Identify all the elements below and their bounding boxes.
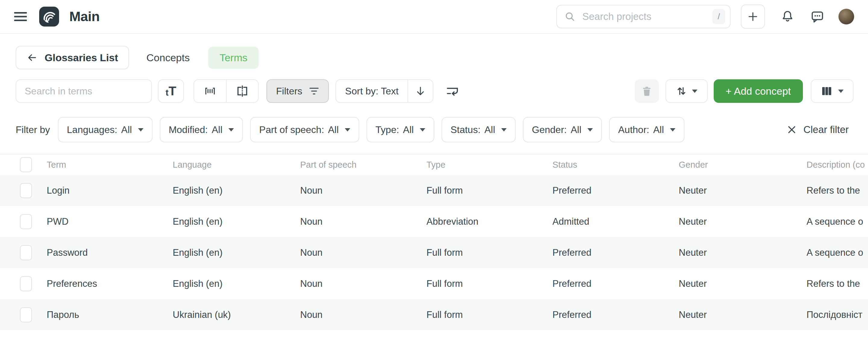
column-header-type[interactable]: Type	[427, 160, 553, 170]
cell-status: Preferred	[553, 278, 679, 289]
clear-filter-button[interactable]: Clear filter	[786, 124, 849, 135]
cell-status: Preferred	[553, 185, 679, 196]
cell-status: Preferred	[553, 309, 679, 320]
cell-description: Послідовніст	[807, 309, 868, 320]
cell-language: Ukrainian (uk)	[173, 309, 300, 320]
caret-down-icon	[838, 90, 844, 93]
column-header-status[interactable]: Status	[553, 160, 679, 170]
notifications-bell-icon[interactable]	[781, 10, 795, 24]
cell-part-of-speech: Noun	[300, 185, 427, 196]
hamburger-menu-icon[interactable]	[14, 11, 27, 22]
row-checkbox[interactable]	[20, 214, 32, 229]
column-header-language[interactable]: Language	[173, 160, 300, 170]
column-header-term[interactable]: Term	[47, 160, 173, 170]
cell-description: A sequence o	[807, 247, 868, 258]
cell-type: Full form	[427, 278, 553, 289]
sort-direction-button[interactable]	[407, 80, 433, 102]
cell-description: Refers to the	[807, 278, 868, 289]
filter-modified[interactable]: Modified: All	[160, 117, 243, 142]
trash-icon	[641, 84, 653, 98]
filter-gender[interactable]: Gender: All	[523, 117, 602, 142]
cell-language: English (en)	[173, 278, 300, 289]
cell-status: Preferred	[553, 247, 679, 258]
filter-part-of-speech[interactable]: Part of speech: All	[250, 117, 359, 142]
filter-author[interactable]: Author: All	[609, 117, 684, 142]
table-row[interactable]: Login English (en) Noun Full form Prefer…	[0, 175, 868, 206]
search-projects-box[interactable]: /	[556, 5, 731, 28]
table-row[interactable]: Preferences English (en) Noun Full form …	[0, 268, 868, 299]
cell-status: Admitted	[553, 216, 679, 227]
wrap-lines-button[interactable]	[445, 84, 460, 98]
match-mode-group	[193, 79, 258, 103]
row-checkbox[interactable]	[20, 245, 32, 260]
tab-terms[interactable]: Terms	[208, 47, 258, 69]
table-row[interactable]: PWD English (en) Noun Abbreviation Admit…	[0, 206, 868, 237]
cell-language: English (en)	[173, 185, 300, 196]
slash-shortcut-badge: /	[712, 9, 725, 24]
table-header-row: Term Language Part of speech Type Status…	[0, 154, 868, 175]
filter-bar: Filter by Languages: All Modified: All P…	[0, 117, 868, 142]
caret-down-icon	[587, 128, 593, 132]
column-header-description[interactable]: Description (co	[807, 160, 868, 170]
column-header-part-of-speech[interactable]: Part of speech	[300, 160, 427, 170]
match-case-icon: tT	[165, 86, 176, 96]
back-button-label: Glossaries List	[44, 52, 118, 64]
add-concept-button[interactable]: + Add concept	[714, 79, 803, 103]
delete-terms-button[interactable]	[635, 79, 659, 103]
caret-down-icon	[692, 90, 698, 93]
exact-match-button[interactable]	[226, 80, 258, 102]
cell-type: Full form	[427, 185, 553, 196]
filters-button[interactable]: Filters	[267, 79, 329, 103]
row-checkbox[interactable]	[20, 183, 32, 198]
reorder-terms-button[interactable]	[665, 79, 708, 103]
cell-type: Abbreviation	[427, 216, 553, 227]
caret-down-icon	[670, 128, 675, 132]
filters-button-label: Filters	[276, 86, 302, 97]
create-project-button[interactable]	[741, 4, 765, 29]
search-terms-input[interactable]	[24, 85, 144, 97]
tab-concepts[interactable]: Concepts	[147, 52, 190, 64]
filter-languages[interactable]: Languages: All	[58, 117, 153, 142]
select-all-checkbox[interactable]	[20, 157, 32, 172]
topbar: Main /	[0, 0, 868, 34]
cell-language: English (en)	[173, 216, 300, 227]
crowdin-logo-icon[interactable]	[39, 7, 59, 27]
caret-down-icon	[345, 128, 350, 132]
filter-by-label: Filter by	[16, 124, 50, 135]
columns-settings-button[interactable]	[811, 79, 854, 103]
cell-part-of-speech: Noun	[300, 278, 427, 289]
row-checkbox[interactable]	[20, 276, 32, 291]
arrow-left-icon	[27, 53, 37, 62]
messages-chat-icon[interactable]	[810, 9, 825, 24]
exact-match-icon	[236, 84, 249, 98]
back-to-glossaries-button[interactable]: Glossaries List	[16, 46, 129, 69]
cell-description: Refers to the	[807, 185, 868, 196]
column-header-gender[interactable]: Gender	[679, 160, 807, 170]
search-projects-input[interactable]	[582, 10, 712, 23]
filter-status[interactable]: Status: All	[441, 117, 516, 142]
match-case-button[interactable]: tT	[158, 79, 184, 103]
sort-button: Sort by: Text	[336, 79, 433, 103]
cell-part-of-speech: Noun	[300, 247, 427, 258]
table-row[interactable]: Password English (en) Noun Full form Pre…	[0, 237, 868, 268]
search-terms-box[interactable]	[16, 79, 152, 103]
user-avatar[interactable]	[838, 9, 854, 24]
sort-up-down-icon	[676, 85, 687, 97]
cell-term: Login	[47, 185, 173, 196]
toolbar-right: + Add concept	[635, 79, 854, 103]
topbar-right: /	[556, 4, 854, 29]
wrap-lines-icon	[445, 84, 460, 98]
page-title: Main	[69, 9, 100, 24]
clear-filter-label: Clear filter	[804, 124, 849, 135]
columns-icon	[821, 85, 833, 97]
filter-type[interactable]: Type: All	[367, 117, 434, 142]
row-checkbox[interactable]	[20, 307, 32, 322]
sort-by-button[interactable]: Sort by: Text	[336, 80, 407, 102]
cell-part-of-speech: Noun	[300, 216, 427, 227]
match-whole-phrase-button[interactable]	[194, 80, 226, 102]
arrow-down-icon	[415, 86, 426, 96]
table-row[interactable]: Пароль Ukrainian (uk) Noun Full form Pre…	[0, 299, 868, 330]
caret-down-icon	[138, 128, 144, 132]
terms-table: Term Language Part of speech Type Status…	[0, 154, 868, 330]
terms-toolbar: tT Filters Sort by:	[0, 79, 868, 103]
